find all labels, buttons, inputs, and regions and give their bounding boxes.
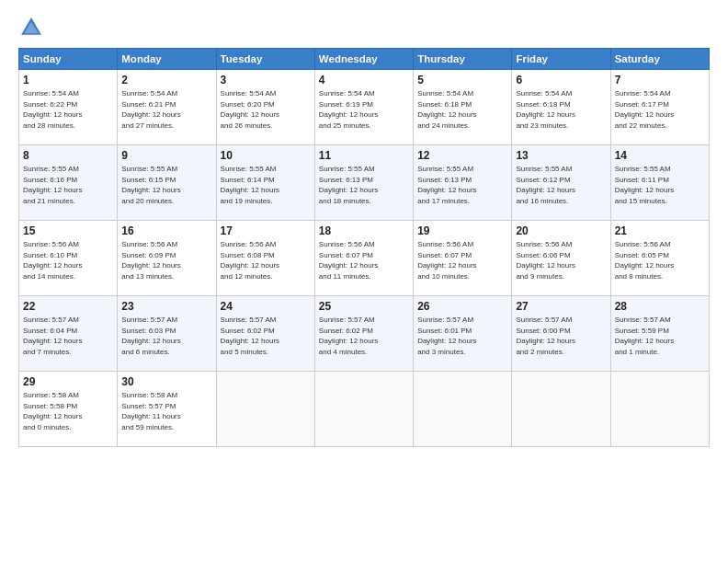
- day-info: Sunrise: 5:56 AM Sunset: 6:05 PM Dayligh…: [615, 239, 705, 282]
- calendar-cell: 11Sunrise: 5:55 AM Sunset: 6:13 PM Dayli…: [314, 145, 413, 221]
- logo: [18, 15, 48, 40]
- day-number: 24: [221, 300, 311, 313]
- day-info: Sunrise: 5:54 AM Sunset: 6:22 PM Dayligh…: [23, 88, 113, 131]
- day-number: 27: [516, 300, 606, 313]
- day-info: Sunrise: 5:55 AM Sunset: 6:11 PM Dayligh…: [615, 164, 705, 206]
- calendar-cell: 23Sunrise: 5:57 AM Sunset: 6:03 PM Dayli…: [118, 296, 216, 372]
- day-info: Sunrise: 5:57 AM Sunset: 6:03 PM Dayligh…: [121, 315, 211, 357]
- calendar-cell: 13Sunrise: 5:55 AM Sunset: 6:12 PM Dayli…: [512, 145, 610, 221]
- day-info: Sunrise: 5:56 AM Sunset: 6:07 PM Dayligh…: [417, 239, 507, 282]
- day-number: 30: [121, 375, 211, 388]
- day-number: 13: [516, 149, 606, 162]
- calendar-cell: [610, 372, 709, 447]
- day-info: Sunrise: 5:57 AM Sunset: 6:00 PM Dayligh…: [516, 315, 606, 357]
- calendar-cell: [314, 372, 413, 447]
- day-header-wednesday: Wednesday: [314, 49, 413, 70]
- day-info: Sunrise: 5:54 AM Sunset: 6:21 PM Dayligh…: [121, 88, 211, 131]
- day-number: 23: [121, 300, 211, 313]
- day-info: Sunrise: 5:54 AM Sunset: 6:20 PM Dayligh…: [221, 88, 311, 131]
- day-number: 17: [221, 224, 311, 237]
- day-number: 5: [417, 74, 507, 86]
- day-info: Sunrise: 5:58 AM Sunset: 5:58 PM Dayligh…: [23, 390, 113, 432]
- calendar-cell: 16Sunrise: 5:56 AM Sunset: 6:09 PM Dayli…: [118, 221, 216, 296]
- day-header-friday: Friday: [512, 49, 610, 70]
- day-number: 2: [121, 74, 211, 86]
- day-number: 10: [221, 149, 311, 162]
- day-number: 11: [319, 149, 409, 162]
- day-info: Sunrise: 5:58 AM Sunset: 5:57 PM Dayligh…: [121, 390, 211, 432]
- calendar-cell: 28Sunrise: 5:57 AM Sunset: 5:59 PM Dayli…: [610, 296, 709, 372]
- day-number: 28: [615, 300, 705, 313]
- day-info: Sunrise: 5:56 AM Sunset: 6:09 PM Dayligh…: [121, 239, 211, 282]
- calendar-cell: 25Sunrise: 5:57 AM Sunset: 6:02 PM Dayli…: [314, 296, 413, 372]
- calendar-cell: 22Sunrise: 5:57 AM Sunset: 6:04 PM Dayli…: [19, 296, 118, 372]
- calendar-cell: 29Sunrise: 5:58 AM Sunset: 5:58 PM Dayli…: [19, 372, 118, 447]
- day-info: Sunrise: 5:54 AM Sunset: 6:18 PM Dayligh…: [516, 88, 606, 131]
- day-info: Sunrise: 5:55 AM Sunset: 6:15 PM Dayligh…: [121, 164, 211, 206]
- day-info: Sunrise: 5:54 AM Sunset: 6:18 PM Dayligh…: [417, 88, 507, 131]
- day-number: 14: [615, 149, 705, 162]
- day-info: Sunrise: 5:57 AM Sunset: 6:02 PM Dayligh…: [221, 315, 311, 357]
- week-row-0: 1Sunrise: 5:54 AM Sunset: 6:22 PM Daylig…: [19, 70, 710, 145]
- calendar-cell: 19Sunrise: 5:56 AM Sunset: 6:07 PM Dayli…: [414, 221, 512, 296]
- day-info: Sunrise: 5:55 AM Sunset: 6:12 PM Dayligh…: [516, 164, 606, 206]
- day-info: Sunrise: 5:55 AM Sunset: 6:13 PM Dayligh…: [417, 164, 507, 206]
- day-info: Sunrise: 5:57 AM Sunset: 6:02 PM Dayligh…: [319, 315, 409, 357]
- day-header-monday: Monday: [118, 49, 216, 70]
- day-number: 7: [615, 74, 705, 86]
- day-info: Sunrise: 5:56 AM Sunset: 6:08 PM Dayligh…: [221, 239, 311, 282]
- day-number: 12: [417, 149, 507, 162]
- day-number: 29: [23, 375, 113, 388]
- day-number: 19: [417, 224, 507, 237]
- day-number: 3: [221, 74, 311, 86]
- calendar-cell: 30Sunrise: 5:58 AM Sunset: 5:57 PM Dayli…: [118, 372, 216, 447]
- calendar-cell: [216, 372, 314, 447]
- week-row-2: 15Sunrise: 5:56 AM Sunset: 6:10 PM Dayli…: [19, 221, 710, 296]
- calendar-cell: [512, 372, 610, 447]
- calendar-cell: 14Sunrise: 5:55 AM Sunset: 6:11 PM Dayli…: [610, 145, 709, 221]
- calendar-cell: 15Sunrise: 5:56 AM Sunset: 6:10 PM Dayli…: [19, 221, 118, 296]
- week-row-4: 29Sunrise: 5:58 AM Sunset: 5:58 PM Dayli…: [19, 372, 710, 447]
- day-header-row: SundayMondayTuesdayWednesdayThursdayFrid…: [19, 49, 710, 70]
- calendar-cell: 8Sunrise: 5:55 AM Sunset: 6:16 PM Daylig…: [19, 145, 118, 221]
- day-number: 1: [23, 74, 113, 86]
- week-row-3: 22Sunrise: 5:57 AM Sunset: 6:04 PM Dayli…: [19, 296, 710, 372]
- calendar-cell: 18Sunrise: 5:56 AM Sunset: 6:07 PM Dayli…: [314, 221, 413, 296]
- day-number: 8: [23, 149, 113, 162]
- week-row-1: 8Sunrise: 5:55 AM Sunset: 6:16 PM Daylig…: [19, 145, 710, 221]
- day-number: 20: [516, 224, 606, 237]
- day-info: Sunrise: 5:54 AM Sunset: 6:17 PM Dayligh…: [615, 88, 705, 131]
- day-info: Sunrise: 5:56 AM Sunset: 6:10 PM Dayligh…: [23, 239, 113, 282]
- calendar-cell: 5Sunrise: 5:54 AM Sunset: 6:18 PM Daylig…: [414, 70, 512, 145]
- day-info: Sunrise: 5:55 AM Sunset: 6:13 PM Dayligh…: [319, 164, 409, 206]
- day-header-thursday: Thursday: [414, 49, 512, 70]
- day-info: Sunrise: 5:55 AM Sunset: 6:14 PM Dayligh…: [221, 164, 311, 206]
- calendar-cell: 20Sunrise: 5:56 AM Sunset: 6:06 PM Dayli…: [512, 221, 610, 296]
- day-info: Sunrise: 5:56 AM Sunset: 6:07 PM Dayligh…: [319, 239, 409, 282]
- day-number: 25: [319, 300, 409, 313]
- day-info: Sunrise: 5:54 AM Sunset: 6:19 PM Dayligh…: [319, 88, 409, 131]
- day-info: Sunrise: 5:57 AM Sunset: 6:01 PM Dayligh…: [417, 315, 507, 357]
- calendar-cell: 3Sunrise: 5:54 AM Sunset: 6:20 PM Daylig…: [216, 70, 314, 145]
- day-info: Sunrise: 5:57 AM Sunset: 6:04 PM Dayligh…: [23, 315, 113, 357]
- calendar-cell: 21Sunrise: 5:56 AM Sunset: 6:05 PM Dayli…: [610, 221, 709, 296]
- calendar-cell: 4Sunrise: 5:54 AM Sunset: 6:19 PM Daylig…: [314, 70, 413, 145]
- day-number: 21: [615, 224, 705, 237]
- calendar-cell: 12Sunrise: 5:55 AM Sunset: 6:13 PM Dayli…: [414, 145, 512, 221]
- calendar-cell: 9Sunrise: 5:55 AM Sunset: 6:15 PM Daylig…: [118, 145, 216, 221]
- day-header-sunday: Sunday: [19, 49, 118, 70]
- day-header-tuesday: Tuesday: [216, 49, 314, 70]
- header: [18, 15, 710, 40]
- day-number: 26: [417, 300, 507, 313]
- day-number: 16: [121, 224, 211, 237]
- calendar-cell: [414, 372, 512, 447]
- day-number: 6: [516, 74, 606, 86]
- logo-icon: [18, 15, 44, 40]
- calendar-cell: 17Sunrise: 5:56 AM Sunset: 6:08 PM Dayli…: [216, 221, 314, 296]
- calendar-cell: 7Sunrise: 5:54 AM Sunset: 6:17 PM Daylig…: [610, 70, 709, 145]
- calendar-cell: 27Sunrise: 5:57 AM Sunset: 6:00 PM Dayli…: [512, 296, 610, 372]
- day-info: Sunrise: 5:57 AM Sunset: 5:59 PM Dayligh…: [615, 315, 705, 357]
- day-number: 18: [319, 224, 409, 237]
- calendar-cell: 10Sunrise: 5:55 AM Sunset: 6:14 PM Dayli…: [216, 145, 314, 221]
- page: SundayMondayTuesdayWednesdayThursdayFrid…: [0, 0, 728, 563]
